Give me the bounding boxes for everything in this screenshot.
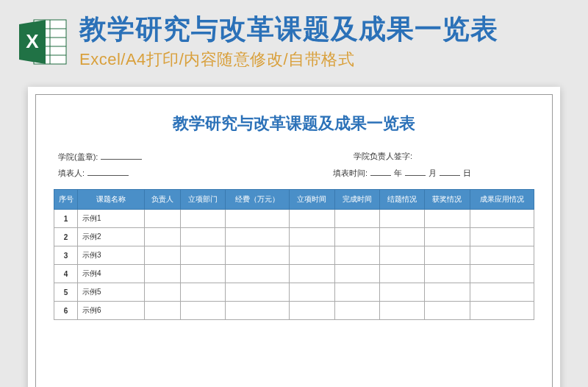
cell-seq: 5 — [54, 283, 78, 302]
table-row: 5示例5 — [54, 283, 534, 302]
cell-name: 示例2 — [78, 228, 145, 246]
table-header-row: 序号 课题名称 负责人 立项部门 经费（万元） 立项时间 完成时间 结题情况 获… — [54, 190, 534, 210]
college-label: 学院(盖章): — [58, 152, 98, 163]
cell-empty — [379, 265, 424, 283]
subtitle: Excel/A4打印/内容随意修改/自带格式 — [79, 49, 572, 71]
col-fund: 经费（万元） — [225, 190, 289, 210]
cell-empty — [145, 283, 180, 302]
cell-empty — [290, 210, 334, 228]
cell-empty — [425, 228, 470, 246]
time-field: 填表时间: 年 月 日 — [333, 167, 471, 179]
cell-empty — [180, 210, 225, 228]
table-body: 1示例12示例23示例34示例45示例56示例6 — [54, 210, 534, 320]
day-underline — [440, 167, 460, 176]
cell-name: 示例3 — [78, 246, 145, 265]
cell-empty — [225, 246, 289, 265]
cell-empty — [225, 283, 289, 302]
col-end: 完成时间 — [334, 190, 379, 210]
table-row: 3示例3 — [54, 246, 534, 265]
day-label: 日 — [463, 168, 471, 179]
time-label: 填表时间: — [333, 168, 368, 179]
col-name: 课题名称 — [78, 190, 145, 210]
month-label: 月 — [429, 168, 437, 179]
cell-empty — [379, 210, 424, 228]
cell-empty — [470, 228, 534, 246]
col-dept: 立项部门 — [180, 190, 225, 210]
cell-empty — [470, 210, 534, 228]
cell-empty — [379, 246, 424, 265]
cell-empty — [334, 210, 379, 228]
cell-empty — [180, 302, 225, 320]
col-leader: 负责人 — [145, 190, 180, 210]
cell-empty — [225, 302, 289, 320]
cell-empty — [145, 228, 180, 246]
cell-empty — [334, 265, 379, 283]
cell-empty — [290, 283, 334, 302]
cell-empty — [290, 265, 334, 283]
college-underline — [101, 151, 142, 160]
cell-empty — [379, 283, 424, 302]
cell-seq: 2 — [54, 228, 78, 246]
form-meta: 学院(盖章): 学院负责人签字: 填表人: 填表时间: 年 月 — [54, 151, 534, 179]
year-underline — [370, 167, 391, 176]
table-row: 1示例1 — [54, 210, 534, 228]
cell-empty — [425, 246, 470, 265]
col-conclude: 结题情况 — [379, 190, 424, 210]
cell-empty — [180, 246, 225, 265]
cell-empty — [180, 228, 225, 246]
cell-empty — [225, 210, 289, 228]
cell-empty — [290, 246, 334, 265]
month-underline — [405, 167, 426, 176]
cell-empty — [470, 283, 534, 302]
col-seq: 序号 — [54, 190, 78, 210]
cell-name: 示例6 — [78, 302, 145, 320]
cell-empty — [425, 210, 470, 228]
cell-empty — [379, 302, 424, 320]
table-row: 2示例2 — [54, 228, 534, 246]
cell-empty — [334, 283, 379, 302]
cell-empty — [145, 210, 180, 228]
cell-empty — [334, 246, 379, 265]
filler-label: 填表人: — [58, 168, 85, 179]
main-title: 教学研究与改革课题及成果一览表 — [79, 13, 572, 46]
leader-label: 学院负责人签字: — [354, 151, 412, 162]
cell-empty — [425, 265, 470, 283]
col-start: 立项时间 — [290, 190, 334, 210]
college-field: 学院(盖章): — [58, 151, 142, 163]
cell-empty — [470, 302, 534, 320]
cell-empty — [334, 302, 379, 320]
cell-empty — [180, 265, 225, 283]
col-apply: 成果应用情况 — [470, 190, 534, 210]
cell-empty — [470, 265, 534, 283]
cell-name: 示例1 — [78, 210, 145, 228]
cell-empty — [225, 228, 289, 246]
cell-empty — [145, 265, 180, 283]
table-row: 4示例4 — [54, 265, 534, 283]
cell-empty — [425, 302, 470, 320]
data-table: 序号 课题名称 负责人 立项部门 经费（万元） 立项时间 完成时间 结题情况 获… — [54, 189, 534, 320]
cell-empty — [470, 246, 534, 265]
cell-seq: 3 — [54, 246, 78, 265]
cell-empty — [145, 246, 180, 265]
cell-seq: 4 — [54, 265, 78, 283]
col-award: 获奖情况 — [425, 190, 470, 210]
header-text: 教学研究与改革课题及成果一览表 Excel/A4打印/内容随意修改/自带格式 — [79, 13, 572, 71]
cell-name: 示例5 — [78, 283, 145, 302]
cell-empty — [180, 283, 225, 302]
filler-underline — [87, 167, 129, 176]
page-header: X 教学研究与改革课题及成果一览表 Excel/A4打印/内容随意修改/自带格式 — [0, 0, 588, 78]
cell-empty — [379, 228, 424, 246]
cell-empty — [225, 265, 289, 283]
table-row: 6示例6 — [54, 302, 534, 320]
cell-empty — [425, 283, 470, 302]
year-label: 年 — [394, 168, 402, 179]
document-title: 教学研究与改革课题及成果一览表 — [54, 113, 534, 135]
excel-icon: X — [16, 15, 69, 68]
leader-field: 学院负责人签字: — [354, 151, 412, 163]
cell-empty — [145, 302, 180, 320]
svg-text:X: X — [26, 30, 39, 52]
cell-seq: 1 — [54, 210, 78, 228]
cell-empty — [290, 228, 334, 246]
cell-name: 示例4 — [78, 265, 145, 283]
cell-empty — [334, 228, 379, 246]
